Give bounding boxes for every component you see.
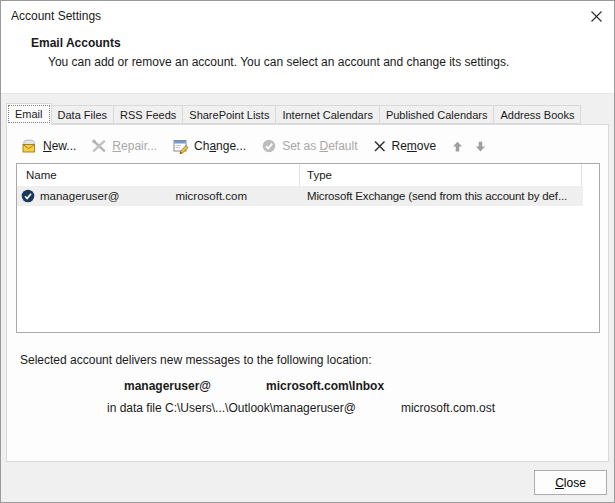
account-name-domain: microsoft.com — [175, 190, 247, 202]
new-account-button[interactable]: New... — [20, 138, 76, 154]
account-type-cell: Microsoft Exchange (send from this accou… — [300, 190, 583, 202]
change-form-icon — [172, 138, 189, 154]
email-tab-panel: New... Repair... — [6, 124, 609, 462]
set-as-default-label: Set as Default — [282, 139, 357, 153]
account-name-cell: manageruser@microsoft.com — [17, 189, 300, 203]
new-mail-icon — [20, 138, 38, 154]
data-file-suffix: microsoft.com.ost — [401, 401, 495, 415]
default-check-icon — [261, 138, 277, 154]
change-account-button[interactable]: Change... — [172, 138, 246, 154]
remove-account-button[interactable]: Remove — [373, 139, 437, 153]
tab-internet-calendars[interactable]: Internet Calendars — [275, 105, 380, 124]
tab-strip: Email Data Files RSS Feeds SharePoint Li… — [6, 102, 614, 124]
account-name-user: manageruser@ — [40, 190, 119, 202]
window-close-button[interactable] — [588, 8, 605, 25]
delivery-account-path: microsoft.com\Inbox — [266, 379, 384, 393]
up-arrow-icon — [451, 140, 464, 153]
move-up-button[interactable] — [451, 140, 464, 153]
repair-account-button[interactable]: Repair... — [91, 138, 157, 154]
tab-email[interactable]: Email — [6, 103, 52, 125]
accounts-list: Name Type manageruser@microsoft.com Mi — [16, 163, 600, 333]
repair-tools-icon — [91, 138, 107, 154]
tab-data-files[interactable]: Data Files — [51, 105, 115, 124]
change-account-label: Change... — [194, 139, 246, 153]
repair-account-label: Repair... — [112, 139, 157, 153]
email-accounts-description: You can add or remove an account. You ca… — [48, 55, 614, 69]
email-accounts-heading: Email Accounts — [31, 36, 614, 50]
column-header-name[interactable]: Name — [17, 164, 300, 186]
set-as-default-button[interactable]: Set as Default — [261, 138, 357, 154]
tab-rss-feeds[interactable]: RSS Feeds — [113, 105, 183, 124]
bottom-bar: Close — [1, 462, 614, 503]
delivery-account-user: manageruser@ — [124, 379, 211, 393]
remove-account-label: Remove — [392, 139, 437, 153]
data-file-line: in data file C:\Users\...\Outlook\manage… — [107, 401, 608, 415]
accounts-list-header: Name Type — [17, 164, 599, 186]
move-down-button[interactable] — [474, 140, 487, 153]
data-file-prefix: in data file C:\Users\...\Outlook\manage… — [107, 401, 356, 415]
close-icon — [590, 10, 603, 23]
delivery-location-label: Selected account delivers new messages t… — [20, 353, 608, 367]
column-header-type[interactable]: Type — [300, 164, 582, 186]
default-account-icon — [21, 189, 35, 203]
dialog-body: Email Data Files RSS Feeds SharePoint Li… — [1, 93, 614, 503]
down-arrow-icon — [474, 140, 487, 153]
tab-address-books[interactable]: Address Books — [493, 105, 581, 124]
close-button[interactable]: Close — [534, 470, 607, 495]
accounts-toolbar: New... Repair... — [7, 125, 608, 154]
delivery-account-line: manageruser@microsoft.com\Inbox — [124, 379, 608, 393]
account-row[interactable]: manageruser@microsoft.com Microsoft Exch… — [17, 186, 583, 206]
titlebar: Account Settings — [1, 1, 614, 30]
window-title: Account Settings — [11, 9, 101, 23]
account-settings-dialog: Account Settings Email Accounts You can … — [0, 0, 615, 503]
new-account-label: New... — [43, 139, 76, 153]
remove-x-icon — [373, 139, 387, 153]
tab-published-calendars[interactable]: Published Calendars — [379, 105, 495, 124]
banner: Email Accounts You can add or remove an … — [1, 30, 614, 93]
tab-sharepoint-lists[interactable]: SharePoint Lists — [182, 105, 276, 124]
